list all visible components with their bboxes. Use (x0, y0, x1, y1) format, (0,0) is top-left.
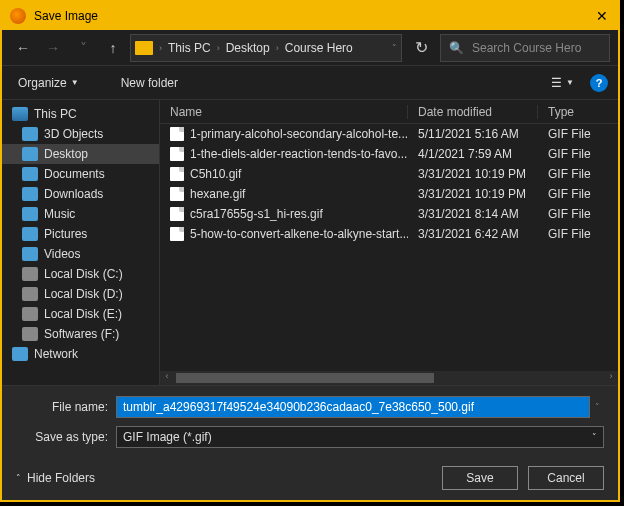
file-row[interactable]: C5h10.gif3/31/2021 10:19 PMGIF File (160, 164, 618, 184)
sidebar-item-videos[interactable]: Videos (2, 244, 159, 264)
chevron-down-icon[interactable]: ˅ (392, 43, 397, 53)
back-button[interactable]: ← (10, 35, 36, 61)
file-name: hexane.gif (190, 187, 245, 201)
breadcrumb[interactable]: This PC (168, 41, 211, 55)
sidebar-item-label: Videos (44, 247, 80, 261)
hide-folders-button[interactable]: ˄ Hide Folders (16, 471, 95, 485)
file-type: GIF File (538, 227, 618, 241)
3d-icon (22, 127, 38, 141)
vids-icon (22, 247, 38, 261)
disk-icon (22, 267, 38, 281)
save-button[interactable]: Save (442, 466, 518, 490)
chevron-down-icon: ▼ (566, 78, 574, 87)
file-date: 3/31/2021 10:19 PM (408, 167, 538, 181)
file-name: 1-primary-alcohol-secondary-alcohol-te..… (190, 127, 408, 141)
sidebar-item-softwares-f-[interactable]: Softwares (F:) (2, 324, 159, 344)
bottom-panel: File name: ˅ Save as type: GIF Image (*.… (2, 385, 618, 500)
file-row[interactable]: 1-the-diels-alder-reaction-tends-to-favo… (160, 144, 618, 164)
sidebar-item-label: Softwares (F:) (44, 327, 119, 341)
file-row[interactable]: 5-how-to-convert-alkene-to-alkyne-start.… (160, 224, 618, 244)
search-placeholder: Search Course Hero (472, 41, 581, 55)
file-row[interactable]: hexane.gif3/31/2021 10:19 PMGIF File (160, 184, 618, 204)
pc-icon (12, 107, 28, 121)
disk-icon (22, 287, 38, 301)
search-icon: 🔍 (449, 41, 464, 55)
file-type: GIF File (538, 207, 618, 221)
sidebar-item-documents[interactable]: Documents (2, 164, 159, 184)
file-date: 3/31/2021 6:42 AM (408, 227, 538, 241)
refresh-button[interactable]: ↻ (406, 34, 436, 62)
column-name[interactable]: Name (160, 105, 408, 119)
sidebar-item-local-disk-c-[interactable]: Local Disk (C:) (2, 264, 159, 284)
down-icon (22, 187, 38, 201)
save-dialog: Save Image ✕ ← → ˅ ↑ › This PC › Desktop… (0, 0, 620, 502)
file-date: 3/31/2021 10:19 PM (408, 187, 538, 201)
nav-bar: ← → ˅ ↑ › This PC › Desktop › Course Her… (2, 30, 618, 66)
sidebar-item-desktop[interactable]: Desktop (2, 144, 159, 164)
column-type[interactable]: Type (538, 105, 618, 119)
file-name: C5h10.gif (190, 167, 241, 181)
organize-button[interactable]: Organize ▼ (12, 72, 85, 94)
file-icon (170, 227, 184, 241)
file-icon (170, 127, 184, 141)
chevron-down-icon[interactable]: ˅ (590, 402, 604, 412)
sidebar-item-3d-objects[interactable]: 3D Objects (2, 124, 159, 144)
file-row[interactable]: c5ra17655g-s1_hi-res.gif3/31/2021 8:14 A… (160, 204, 618, 224)
up-button[interactable]: ↑ (100, 35, 126, 61)
sidebar[interactable]: This PC3D ObjectsDesktopDocumentsDownloa… (2, 100, 160, 385)
folder-icon (135, 41, 153, 55)
saveas-select[interactable]: GIF Image (*.gif) ˅ (116, 426, 604, 448)
chevron-up-icon: ˄ (16, 473, 21, 483)
title-bar: Save Image ✕ (2, 2, 618, 30)
view-button[interactable]: ☰ ▼ (551, 76, 574, 90)
view-icon: ☰ (551, 76, 562, 90)
sidebar-item-label: 3D Objects (44, 127, 103, 141)
file-icon (170, 167, 184, 181)
disk-icon (22, 307, 38, 321)
music-icon (22, 207, 38, 221)
window-title: Save Image (34, 9, 594, 23)
file-icon (170, 207, 184, 221)
cancel-button[interactable]: Cancel (528, 466, 604, 490)
sidebar-item-local-disk-e-[interactable]: Local Disk (E:) (2, 304, 159, 324)
new-folder-button[interactable]: New folder (115, 72, 184, 94)
file-type: GIF File (538, 167, 618, 181)
forward-button[interactable]: → (40, 35, 66, 61)
recent-dropdown[interactable]: ˅ (70, 35, 96, 61)
sidebar-item-local-disk-d-[interactable]: Local Disk (D:) (2, 284, 159, 304)
file-date: 5/11/2021 5:16 AM (408, 127, 538, 141)
saveas-label: Save as type: (16, 430, 116, 444)
breadcrumb[interactable]: Desktop (226, 41, 270, 55)
address-bar[interactable]: › This PC › Desktop › Course Hero ˅ (130, 34, 402, 62)
sidebar-item-downloads[interactable]: Downloads (2, 184, 159, 204)
close-icon[interactable]: ✕ (594, 8, 610, 24)
sidebar-item-label: This PC (34, 107, 77, 121)
chevron-down-icon: ˅ (592, 432, 597, 442)
sidebar-item-network[interactable]: Network (2, 344, 159, 364)
sidebar-item-label: Local Disk (C:) (44, 267, 123, 281)
sidebar-item-label: Desktop (44, 147, 88, 161)
sidebar-item-this-pc[interactable]: This PC (2, 104, 159, 124)
sidebar-item-label: Local Disk (D:) (44, 287, 123, 301)
file-icon (170, 147, 184, 161)
file-name: 5-how-to-convert-alkene-to-alkyne-start.… (190, 227, 408, 241)
help-button[interactable]: ? (590, 74, 608, 92)
sidebar-item-label: Pictures (44, 227, 87, 241)
chevron-right-icon[interactable]: › (159, 43, 162, 53)
pics-icon (22, 227, 38, 241)
sidebar-item-label: Music (44, 207, 75, 221)
filename-input[interactable] (116, 396, 590, 418)
chevron-right-icon[interactable]: › (217, 43, 220, 53)
toolbar: Organize ▼ New folder ☰ ▼ ? (2, 66, 618, 100)
chevron-right-icon[interactable]: › (276, 43, 279, 53)
sidebar-item-music[interactable]: Music (2, 204, 159, 224)
horizontal-scrollbar[interactable]: ‹ › (160, 371, 618, 385)
file-list[interactable]: 1-primary-alcohol-secondary-alcohol-te..… (160, 124, 618, 371)
column-date[interactable]: Date modified (408, 105, 538, 119)
chevron-down-icon: ▼ (71, 78, 79, 87)
file-row[interactable]: 1-primary-alcohol-secondary-alcohol-te..… (160, 124, 618, 144)
breadcrumb[interactable]: Course Hero (285, 41, 353, 55)
column-headers: Name Date modified Type (160, 100, 618, 124)
search-input[interactable]: 🔍 Search Course Hero (440, 34, 610, 62)
sidebar-item-pictures[interactable]: Pictures (2, 224, 159, 244)
